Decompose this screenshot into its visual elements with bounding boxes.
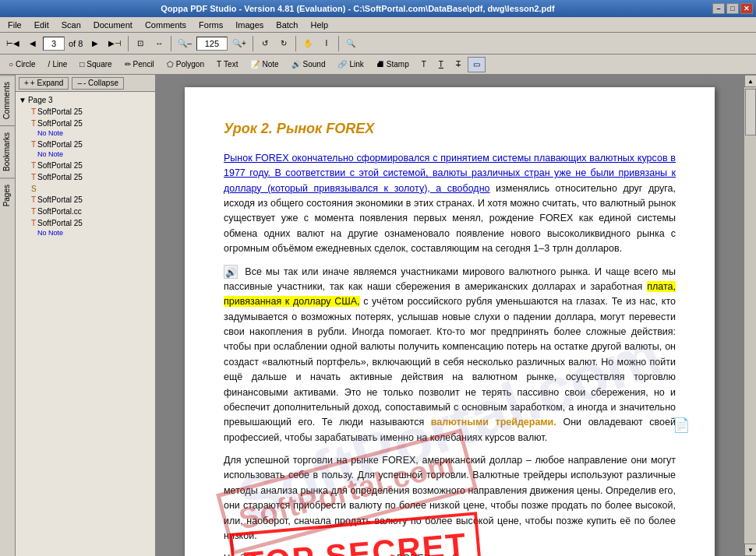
text-style-2-button[interactable]: T bbox=[433, 57, 449, 72]
menu-item-help[interactable]: Help bbox=[305, 19, 335, 31]
line-tool-button[interactable]: / Line bbox=[43, 57, 73, 72]
pencil-tool-button[interactable]: ✏ Pencil bbox=[119, 57, 160, 72]
rotate-button[interactable]: ↺ bbox=[256, 35, 274, 52]
separator-5 bbox=[338, 36, 339, 51]
annotation-type-icon: T bbox=[31, 107, 36, 116]
note-icon: 📝 bbox=[250, 60, 260, 69]
list-item[interactable]: T SoftPortal.cc bbox=[31, 206, 152, 216]
link-tool-button[interactable]: 🔗 Link bbox=[332, 57, 369, 72]
pages-tab[interactable]: Pages bbox=[0, 178, 15, 213]
underlined-text: Рынок FOREX окончательно сформировался с… bbox=[224, 153, 676, 194]
fit-width-button[interactable]: ↔ bbox=[150, 35, 168, 52]
zoom-in-button[interactable]: 🔍+ bbox=[229, 35, 249, 52]
menu-item-file[interactable]: File bbox=[2, 19, 28, 31]
minimize-button[interactable]: – bbox=[712, 3, 725, 14]
separator-1 bbox=[128, 36, 129, 51]
annotation-note: No Note bbox=[37, 228, 83, 238]
tree-page-label: Page 3 bbox=[28, 95, 53, 105]
menu-item-document[interactable]: Document bbox=[87, 19, 139, 31]
text-tool-button[interactable]: T Text bbox=[211, 57, 243, 72]
annotation-label: SoftPortal 25 bbox=[37, 107, 83, 117]
list-item[interactable]: S bbox=[31, 184, 152, 193]
fit-page-button[interactable]: ⊡ bbox=[132, 35, 149, 52]
polygon-tool-button[interactable]: ⬠ Polygon bbox=[161, 57, 210, 72]
tree-expand-icon: ▼ bbox=[19, 96, 26, 104]
close-button[interactable]: ✕ bbox=[740, 3, 753, 14]
zoom-out-button[interactable]: 🔍– bbox=[175, 35, 195, 52]
annotation-label: SoftPortal 25 bbox=[37, 139, 83, 150]
annotation-type-icon: T bbox=[31, 119, 36, 128]
note-tool-button[interactable]: 📝 Note bbox=[245, 57, 284, 72]
list-item[interactable]: T SoftPortal 25 bbox=[31, 107, 152, 117]
bookmarks-tab[interactable]: Bookmarks bbox=[0, 125, 15, 178]
maximize-button[interactable]: □ bbox=[726, 3, 739, 14]
menu-bar: FileEditScanDocumentCommentsFormsImagesB… bbox=[0, 17, 756, 33]
annotation-label: SoftPortal 25 bbox=[37, 160, 83, 171]
menu-item-images[interactable]: Images bbox=[229, 19, 270, 31]
collapse-icon: – bbox=[77, 79, 82, 87]
main-area: Comments Bookmarks Pages + + Expand – - … bbox=[0, 75, 756, 556]
annotation-type-icon: T bbox=[31, 219, 36, 227]
select-tool-button[interactable]: I bbox=[318, 35, 335, 52]
menu-item-forms[interactable]: Forms bbox=[193, 19, 229, 31]
nav-first-button[interactable]: ⊢◀ bbox=[3, 35, 23, 52]
pdf-viewer[interactable]: SoftPortal.com Урок 2. Рынок FOREX Рынок… bbox=[156, 75, 744, 556]
note-annotation-symbol: 📄 bbox=[673, 415, 690, 437]
menu-item-comments[interactable]: Comments bbox=[139, 19, 193, 31]
tree-page-node[interactable]: ▼ Page 3 bbox=[19, 95, 152, 105]
sound-tool-button[interactable]: 🔊 Sound bbox=[286, 57, 331, 72]
menu-item-batch[interactable]: Batch bbox=[270, 19, 304, 31]
text-style-3-button[interactable]: T bbox=[450, 57, 466, 72]
list-item[interactable]: T SoftPortal 25 bbox=[31, 172, 152, 182]
scroll-thumb[interactable] bbox=[745, 89, 756, 135]
menu-item-edit[interactable]: Edit bbox=[28, 19, 55, 31]
panel-tree: ▼ Page 3 T SoftPortal 25 T SoftPortal 25… bbox=[16, 92, 155, 556]
page-input[interactable]: 3 bbox=[43, 37, 65, 51]
scroll-track[interactable] bbox=[744, 87, 756, 544]
main-toolbar: ⊢◀ ◀ 3 of 8 ▶ ▶⊣ ⊡ ↔ 🔍– 125 🔍+ ↺ ↻ ✋ I 🔍 bbox=[0, 33, 756, 55]
separator-2 bbox=[171, 36, 171, 51]
circle-tool-button[interactable]: ○ Circle bbox=[3, 57, 41, 72]
pdf-page: SoftPortal.com Урок 2. Рынок FOREX Рынок… bbox=[185, 87, 715, 556]
scroll-down-button[interactable]: ▼ bbox=[744, 544, 756, 556]
annotation-label: SoftPortal 25 bbox=[37, 172, 83, 182]
list-item[interactable]: T SoftPortal 25 No Note bbox=[31, 118, 152, 138]
sound-icon: 🔊 bbox=[291, 60, 301, 69]
annotation-type-icon: T bbox=[31, 207, 36, 216]
side-tabs: Comments Bookmarks Pages bbox=[0, 75, 16, 556]
list-item[interactable]: T SoftPortal 25 No Note bbox=[31, 139, 152, 159]
highlight-tool-button[interactable]: ▭ bbox=[468, 57, 486, 72]
orange-highlighted-text: валютными трейдерами. bbox=[431, 417, 556, 428]
annotation-note: No Note bbox=[37, 128, 83, 138]
rotate-right-button[interactable]: ↻ bbox=[275, 35, 292, 52]
expand-button[interactable]: + + Expand bbox=[19, 77, 69, 90]
search-button[interactable]: 🔍 bbox=[342, 35, 359, 52]
nav-prev-button[interactable]: ◀ bbox=[24, 35, 41, 52]
window-title: Qoppa PDF Studio - Version 4.81 (Evaluat… bbox=[3, 4, 712, 13]
comments-tab[interactable]: Comments bbox=[0, 75, 15, 125]
collapse-button[interactable]: – - Collapse bbox=[72, 77, 124, 90]
square-tool-button[interactable]: □ Square bbox=[74, 57, 117, 72]
annotation-type-icon: T bbox=[31, 140, 36, 149]
menu-item-scan[interactable]: Scan bbox=[55, 19, 87, 31]
stamp-tool-button[interactable]: ⛘ Stamp bbox=[371, 57, 415, 72]
list-item[interactable]: T SoftPortal 25 bbox=[31, 195, 152, 205]
nav-last-button[interactable]: ▶⊣ bbox=[105, 35, 125, 52]
separator-3 bbox=[253, 36, 253, 51]
pencil-icon: ✏ bbox=[125, 60, 131, 69]
title-bar: Qoppa PDF Studio - Version 4.81 (Evaluat… bbox=[0, 0, 756, 17]
zoom-input[interactable]: 125 bbox=[196, 37, 228, 51]
annotation-label: SoftPortal 25 bbox=[37, 195, 83, 205]
square-icon: □ bbox=[79, 60, 84, 69]
list-item[interactable]: T SoftPortal 25 bbox=[31, 160, 152, 171]
hand-tool-button[interactable]: ✋ bbox=[299, 35, 316, 52]
highlighted-text: плата, привязанная к доллару США, bbox=[224, 281, 676, 307]
window-controls[interactable]: – □ ✕ bbox=[712, 3, 753, 14]
nav-next-button[interactable]: ▶ bbox=[87, 35, 104, 52]
list-item[interactable]: T SoftPortal 25 No Note bbox=[31, 218, 152, 238]
text-style-1-button[interactable]: T bbox=[416, 57, 432, 72]
annotation-type-icon: T bbox=[31, 195, 36, 204]
scroll-up-button[interactable]: ▲ bbox=[744, 75, 756, 87]
annotation-label: SoftPortal 25 bbox=[37, 218, 83, 228]
paragraph-1: Рынок FOREX окончательно сформировался с… bbox=[224, 151, 676, 257]
